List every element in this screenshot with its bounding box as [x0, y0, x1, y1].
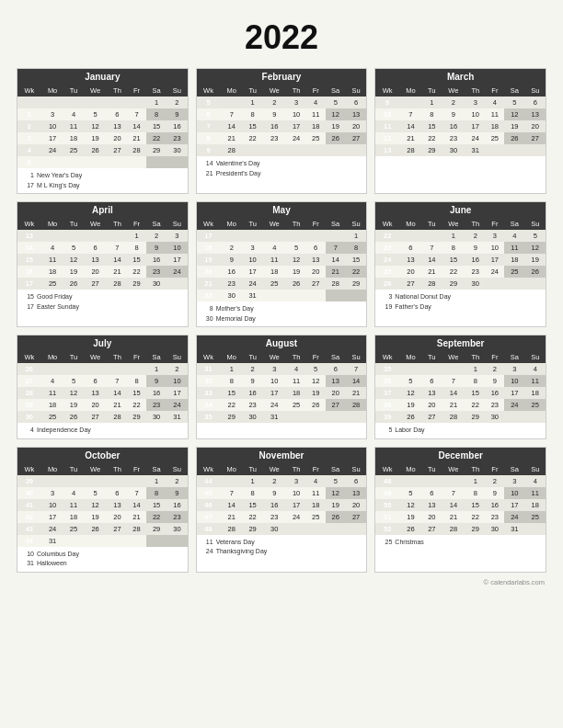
col-header-su: Su [525, 218, 546, 230]
cell [346, 411, 366, 423]
cell: 3 [286, 97, 306, 108]
col-header-th: Th [465, 85, 486, 97]
cell: 19 [83, 132, 107, 144]
cell [326, 523, 346, 535]
cell: 14 [127, 499, 146, 511]
cell: 12 [306, 375, 326, 387]
month-header-december: December [375, 448, 546, 463]
month-notes-july: 4Independence Day [17, 423, 188, 438]
cell: 19 [64, 399, 84, 411]
month-notes-november: 11Veterans Day24Thanksgiving Day [197, 535, 367, 560]
cell: 4 [525, 363, 546, 375]
cell [64, 363, 84, 375]
cell: 17 [197, 230, 221, 242]
cell: 8 [127, 375, 146, 387]
cell: 22 [465, 511, 486, 523]
month-notes-january: 1New Year's Day17M L King's Day [17, 168, 188, 193]
cell: 7 [127, 108, 146, 120]
cell: 12 [83, 499, 107, 511]
note-text: Father's Day [395, 302, 431, 313]
cell: 23 [220, 278, 243, 290]
cell: 18 [525, 499, 546, 511]
col-header-we: We [442, 85, 465, 97]
col-header-sa: Sa [504, 85, 524, 97]
cell: 30 [442, 144, 465, 156]
note-item: 24Thanksgiving Day [201, 547, 363, 557]
col-header-mo: Mo [41, 351, 64, 363]
col-header-th: Th [286, 351, 306, 363]
cell: 19 [197, 254, 221, 266]
cell: 24 [243, 278, 262, 290]
cell: 12 [326, 108, 346, 120]
cell: 10 [465, 108, 486, 120]
cell: 12 [399, 499, 422, 511]
cell: 9 [262, 487, 286, 499]
cell: 15 [422, 120, 442, 132]
col-header-tu: Tu [422, 85, 442, 97]
note-text: M L King's Day [37, 181, 80, 191]
cell: 21 [442, 511, 465, 523]
cell: 20 [197, 266, 221, 278]
cell: 26 [17, 363, 41, 375]
cell: 21 [197, 278, 221, 290]
cell: 44 [197, 475, 221, 487]
month-notes-april: 15Good Friday17Easter Sunday [17, 290, 188, 314]
col-header-wk: Wk [17, 218, 41, 230]
cell: 23 [375, 242, 399, 254]
col-header-th: Th [286, 218, 306, 230]
cell [306, 411, 326, 423]
cell: 27 [399, 278, 422, 290]
cell: 8 [243, 487, 262, 499]
cell: 6 [197, 108, 221, 120]
cell: 17 [41, 511, 64, 523]
col-header-wk: Wk [17, 85, 41, 97]
cell: 6 [108, 108, 128, 120]
cell: 12 [83, 120, 107, 132]
cell: 4 [306, 97, 326, 108]
note-number: 21 [201, 169, 213, 179]
note-text: President's Day [216, 169, 261, 179]
col-header-wk: Wk [17, 463, 41, 475]
cell: 1 [17, 108, 41, 120]
cell: 16 [486, 387, 505, 399]
month-block-november: NovemberWkMoTuWeThFrSaSu4412345645789101… [196, 447, 368, 573]
cell: 12 [525, 242, 546, 254]
month-notes-september: 5Labor Day [375, 423, 546, 438]
col-header-th: Th [108, 218, 128, 230]
cell: 4 [17, 144, 41, 156]
cell: 21 [422, 266, 442, 278]
cell: 13 [525, 108, 546, 120]
col-header-sa: Sa [504, 463, 524, 475]
col-header-mo: Mo [399, 463, 422, 475]
cell: 5 [64, 375, 84, 387]
cell: 18 [306, 120, 326, 132]
cell: 8 [146, 487, 167, 499]
cell [306, 523, 326, 535]
cell: 3 [286, 475, 306, 487]
calendar-grid: JanuaryWkMoTuWeThFrSaSu12134567892101112… [17, 68, 546, 573]
cell: 20 [346, 499, 366, 511]
col-header-sa: Sa [326, 463, 346, 475]
cell: 29 [422, 144, 442, 156]
cell: 22 [127, 266, 146, 278]
cell: 25 [306, 132, 326, 144]
cell: 3 [486, 230, 505, 242]
note-number: 4 [21, 426, 34, 436]
cell: 17 [17, 278, 41, 290]
cell [127, 156, 146, 168]
cell: 21 [442, 399, 465, 411]
cell: 25 [286, 399, 306, 411]
cell: 3 [243, 242, 262, 254]
cell: 29 [465, 411, 486, 423]
col-header-we: We [262, 351, 286, 363]
cell: 24 [167, 399, 187, 411]
month-table-november: WkMoTuWeThFrSaSu441234564578910111213461… [197, 463, 367, 535]
cell: 6 [306, 242, 326, 254]
cell: 22 [127, 399, 146, 411]
cell: 10 [375, 108, 399, 120]
cell: 28 [399, 144, 422, 156]
cell [504, 278, 524, 290]
cell: 8 [422, 108, 442, 120]
col-header-fr: Fr [486, 463, 505, 475]
cell: 8 [465, 375, 486, 387]
